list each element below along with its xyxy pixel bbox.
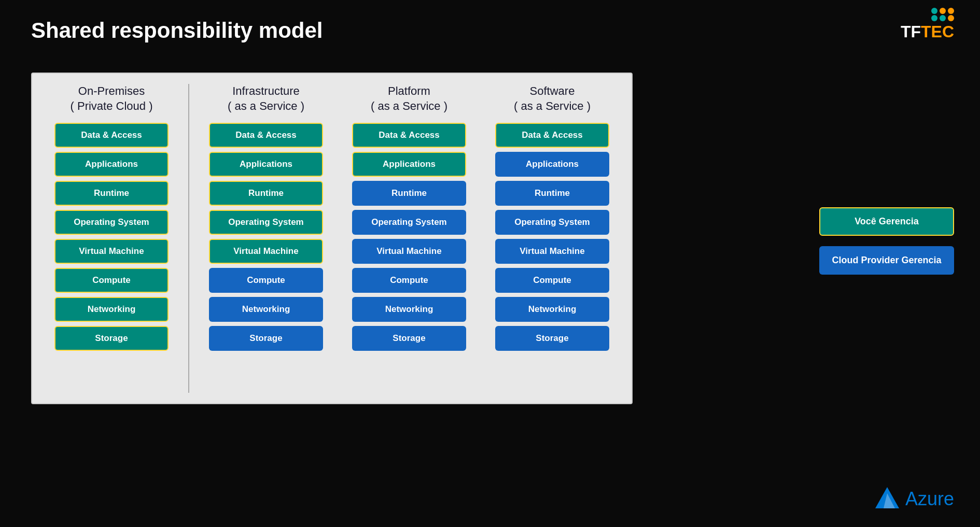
- box-iaas-applications: Applications: [209, 152, 323, 177]
- box-iaas-compute: Compute: [209, 268, 323, 293]
- tftec-logo: TFTEC: [901, 8, 954, 41]
- azure-logo: Azure: [874, 486, 954, 511]
- page-title: Shared responsibility model: [31, 18, 323, 43]
- box-iaas-os: Operating System: [209, 210, 323, 235]
- box-paas-compute: Compute: [352, 268, 466, 293]
- dot-teal-2: [931, 15, 937, 21]
- box-on-premises-os: Operating System: [54, 210, 169, 235]
- box-iaas-networking: Networking: [209, 297, 323, 322]
- items-on-premises: Data & Access Applications Runtime Opera…: [43, 123, 180, 351]
- box-saas-runtime: Runtime: [495, 181, 609, 206]
- box-on-premises-networking: Networking: [54, 297, 169, 322]
- box-on-premises-vm: Virtual Machine: [54, 239, 169, 264]
- dot-teal-1: [931, 8, 937, 14]
- box-saas-os: Operating System: [495, 210, 609, 235]
- box-on-premises-data-access: Data & Access: [54, 123, 169, 148]
- legend-cloud-provider: Cloud Provider Gerencia: [819, 246, 954, 275]
- box-iaas-storage: Storage: [209, 326, 323, 351]
- box-saas-data-access: Data & Access: [495, 123, 609, 148]
- column-paas: Platform( as a Service ) Data & Access A…: [340, 84, 478, 393]
- azure-triangle-icon: [874, 486, 900, 511]
- tftec-dots: [901, 8, 954, 14]
- box-paas-storage: Storage: [352, 326, 466, 351]
- legend-voce-gerencia: Você Gerencia: [819, 207, 954, 236]
- box-saas-vm: Virtual Machine: [495, 239, 609, 264]
- box-paas-networking: Networking: [352, 297, 466, 322]
- box-iaas-runtime: Runtime: [209, 181, 323, 206]
- tftec-text: TFTEC: [901, 22, 954, 41]
- box-saas-compute: Compute: [495, 268, 609, 293]
- box-iaas-vm: Virtual Machine: [209, 239, 323, 264]
- box-paas-data-access: Data & Access: [352, 123, 466, 148]
- box-on-premises-storage: Storage: [54, 326, 169, 351]
- dot-teal-3: [940, 15, 946, 21]
- box-saas-networking: Networking: [495, 297, 609, 322]
- box-paas-applications: Applications: [352, 152, 466, 177]
- box-saas-storage: Storage: [495, 326, 609, 351]
- box-paas-os: Operating System: [352, 210, 466, 235]
- box-paas-vm: Virtual Machine: [352, 239, 466, 264]
- diagram-container: On-Premises( Private Cloud ) Data & Acce…: [31, 73, 633, 404]
- box-on-premises-applications: Applications: [54, 152, 169, 177]
- dot-orange-2: [948, 8, 954, 14]
- box-on-premises-runtime: Runtime: [54, 181, 169, 206]
- column-title-iaas: Infrastructure( as a Service ): [228, 84, 304, 113]
- tftec-dots-2: [901, 15, 954, 21]
- tftec-tec: TEC: [921, 22, 954, 41]
- items-paas: Data & Access Applications Runtime Opera…: [340, 123, 478, 351]
- items-saas: Data & Access Applications Runtime Opera…: [483, 123, 621, 351]
- dot-orange-3: [948, 15, 954, 21]
- azure-text: Azure: [905, 488, 954, 510]
- column-iaas: Infrastructure( as a Service ) Data & Ac…: [197, 84, 335, 393]
- legend: Você Gerencia Cloud Provider Gerencia: [819, 207, 954, 275]
- tftec-tf: TF: [901, 22, 921, 41]
- column-title-on-premises: On-Premises( Private Cloud ): [71, 84, 153, 113]
- divider-1: [188, 84, 189, 393]
- dot-orange-1: [940, 8, 946, 14]
- column-saas: Software( as a Service ) Data & Access A…: [483, 84, 621, 393]
- column-on-premises: On-Premises( Private Cloud ) Data & Acce…: [43, 84, 180, 393]
- column-title-saas: Software( as a Service ): [514, 84, 591, 113]
- legend-voce-gerencia-label: Você Gerencia: [855, 216, 919, 227]
- box-on-premises-compute: Compute: [54, 268, 169, 293]
- box-paas-runtime: Runtime: [352, 181, 466, 206]
- legend-cloud-provider-label: Cloud Provider Gerencia: [832, 255, 941, 266]
- box-iaas-data-access: Data & Access: [209, 123, 323, 148]
- items-iaas: Data & Access Applications Runtime Opera…: [197, 123, 335, 351]
- box-saas-applications: Applications: [495, 152, 609, 177]
- column-title-paas: Platform( as a Service ): [371, 84, 447, 113]
